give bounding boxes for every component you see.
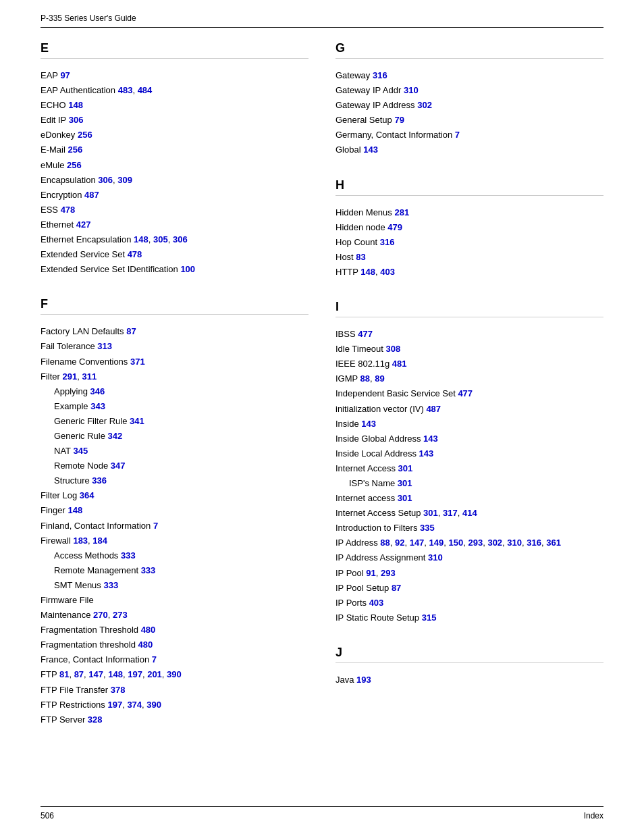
entry-link[interactable]: 481 [392, 359, 407, 369]
entry-link[interactable]: 311 [82, 371, 97, 382]
entry-link[interactable]: 88 [380, 538, 390, 548]
entry-link[interactable]: 183 [73, 536, 88, 546]
entry-link[interactable]: 346 [90, 386, 105, 396]
entry-link[interactable]: 79 [394, 115, 404, 125]
entry-link[interactable]: 143 [423, 434, 438, 444]
entry-link[interactable]: 309 [117, 175, 132, 185]
entry-link[interactable]: 306 [173, 234, 188, 244]
entry-link[interactable]: 477 [458, 388, 473, 398]
entry-link[interactable]: 335 [420, 523, 435, 533]
entry-link[interactable]: 256 [78, 130, 92, 140]
entry-link[interactable]: 487 [84, 190, 99, 200]
entry-link[interactable]: 92 [395, 538, 404, 548]
entry-link[interactable]: 341 [130, 416, 144, 426]
entry-link[interactable]: 197 [107, 700, 122, 710]
entry-link[interactable]: 347 [111, 461, 126, 471]
entry-link[interactable]: 317 [443, 508, 458, 518]
entry-link[interactable]: 148 [134, 234, 149, 244]
entry-link[interactable]: 97 [60, 70, 70, 80]
entry-link[interactable]: 328 [88, 714, 103, 725]
entry-link[interactable]: 143 [363, 145, 378, 155]
entry-link[interactable]: 7 [152, 654, 157, 664]
entry-link[interactable]: 193 [356, 675, 371, 685]
entry-link[interactable]: 89 [375, 373, 384, 384]
entry-link[interactable]: 88 [360, 373, 370, 384]
entry-link[interactable]: 91 [366, 568, 375, 578]
entry-link[interactable]: 270 [93, 610, 108, 620]
entry-link[interactable]: 147 [88, 669, 103, 679]
entry-link[interactable]: 149 [429, 538, 444, 548]
entry-link[interactable]: 148 [108, 669, 123, 679]
entry-link[interactable]: 305 [153, 234, 168, 244]
entry-link[interactable]: 390 [146, 700, 161, 710]
entry-link[interactable]: 291 [63, 371, 78, 382]
entry-link[interactable]: 301 [398, 493, 412, 503]
entry-link[interactable]: 301 [398, 463, 413, 473]
entry-link[interactable]: 345 [73, 446, 88, 456]
entry-link[interactable]: 342 [107, 431, 122, 441]
entry-link[interactable]: 310 [428, 552, 443, 563]
entry-link[interactable]: 378 [111, 685, 126, 695]
entry-link[interactable]: 87 [392, 583, 401, 593]
entry-link[interactable]: 148 [68, 505, 82, 515]
entry-link[interactable]: 403 [380, 267, 395, 277]
entry-link[interactable]: 293 [381, 568, 396, 578]
entry-link[interactable]: 315 [422, 613, 437, 623]
entry-link[interactable]: 81 [59, 669, 69, 679]
entry-link[interactable]: 483 [118, 85, 133, 95]
entry-link[interactable]: 374 [127, 700, 142, 710]
entry-link[interactable]: 256 [67, 160, 82, 170]
entry-link[interactable]: 310 [404, 85, 419, 95]
entry-link[interactable]: 477 [358, 329, 373, 339]
entry-link[interactable]: 484 [138, 85, 153, 95]
entry-link[interactable]: 390 [167, 669, 182, 679]
entry-link[interactable]: 197 [128, 669, 142, 679]
entry-link[interactable]: 479 [387, 222, 402, 232]
entry-link[interactable]: 333 [141, 565, 156, 575]
entry-link[interactable]: 7 [153, 521, 158, 531]
entry-link[interactable]: 478 [61, 205, 76, 215]
entry-link[interactable]: 403 [369, 598, 384, 608]
entry-link[interactable]: 427 [76, 219, 91, 230]
entry-link[interactable]: 333 [103, 580, 118, 590]
entry-link[interactable]: 87 [74, 669, 84, 679]
entry-link[interactable]: 184 [92, 536, 107, 546]
entry-link[interactable]: 83 [356, 252, 365, 262]
entry-link[interactable]: 316 [373, 70, 387, 80]
entry-link[interactable]: 7 [455, 130, 460, 140]
entry-link[interactable]: 480 [141, 625, 156, 635]
entry-link[interactable]: 273 [113, 610, 128, 620]
entry-link[interactable]: 201 [147, 669, 162, 679]
entry-link[interactable]: 478 [128, 249, 142, 259]
entry-link[interactable]: 143 [419, 448, 434, 459]
entry-link[interactable]: 150 [449, 538, 464, 548]
entry-link[interactable]: 316 [527, 538, 541, 548]
entry-link[interactable]: 487 [426, 404, 441, 414]
entry-link[interactable]: 306 [98, 175, 113, 185]
entry-link[interactable]: 302 [417, 100, 432, 110]
entry-link[interactable]: 100 [180, 264, 195, 274]
entry-link[interactable]: 256 [68, 145, 82, 155]
entry-link[interactable]: 281 [394, 207, 409, 217]
entry-link[interactable]: 308 [385, 344, 400, 354]
entry-link[interactable]: 301 [423, 508, 438, 518]
entry-link[interactable]: 333 [121, 550, 136, 561]
entry-link[interactable]: 293 [468, 538, 483, 548]
entry-link[interactable]: 87 [126, 326, 136, 336]
entry-link[interactable]: 361 [546, 538, 561, 548]
entry-link[interactable]: 316 [380, 237, 395, 247]
entry-link[interactable]: 147 [410, 538, 425, 548]
entry-link[interactable]: 371 [130, 357, 145, 367]
entry-link[interactable]: 343 [90, 401, 105, 411]
entry-link[interactable]: 310 [507, 538, 522, 548]
entry-link[interactable]: 480 [138, 640, 153, 650]
entry-link[interactable]: 313 [97, 341, 112, 351]
entry-link[interactable]: 364 [80, 490, 95, 500]
entry-link[interactable]: 336 [92, 475, 107, 486]
entry-link[interactable]: 143 [361, 419, 376, 429]
entry-link[interactable]: 414 [462, 508, 477, 518]
entry-link[interactable]: 148 [360, 267, 375, 277]
entry-link[interactable]: 302 [487, 538, 502, 548]
entry-link[interactable]: 301 [398, 478, 412, 488]
entry-link[interactable]: 148 [68, 100, 83, 110]
